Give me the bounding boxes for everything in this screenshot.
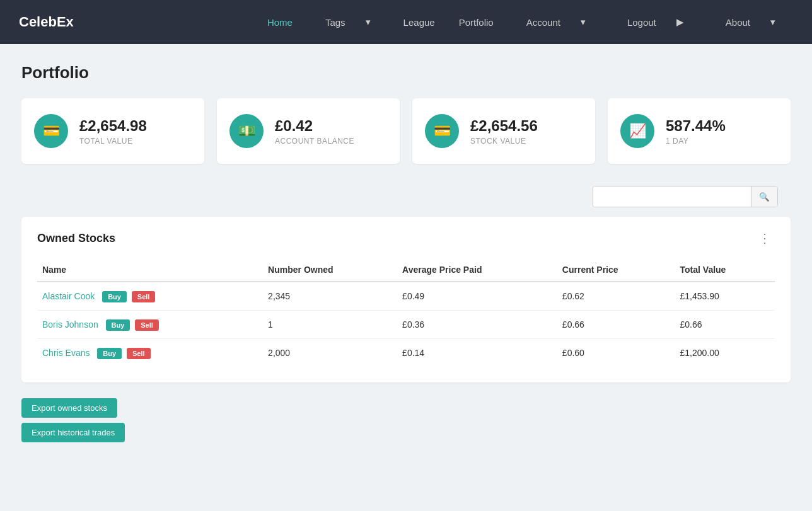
chris-current-price: £0.60 — [557, 339, 675, 367]
search-icon: 🔍 — [759, 192, 770, 202]
stocks-panel-title: Owned Stocks — [37, 232, 115, 245]
stock-name-cell: Alastair Cook Buy Sell — [37, 282, 263, 311]
total-value-label: TOTAL VALUE — [79, 137, 147, 146]
nav-logout[interactable]: Logout ▶ — [610, 6, 702, 38]
total-value-amount: £2,654.98 — [79, 117, 147, 135]
col-name: Name — [37, 258, 263, 282]
about-chevron-icon: ▾ — [762, 11, 784, 33]
chris-buy-button[interactable]: Buy — [97, 348, 122, 359]
boris-sell-button[interactable]: Sell — [135, 319, 159, 331]
nav-account[interactable]: Account▾ — [509, 6, 603, 38]
stock-value-amount: £2,654.56 — [470, 117, 538, 135]
nav-league[interactable]: League — [395, 12, 444, 33]
total-value-icon: 💳 — [34, 114, 68, 148]
stocks-panel-header: Owned Stocks ⋮ — [37, 229, 775, 247]
boris-number-owned: 1 — [263, 311, 397, 339]
col-number-owned: Number Owned — [263, 258, 397, 282]
page-title: Portfolio — [21, 63, 791, 83]
stat-cards: 💳 £2,654.98 TOTAL VALUE 💵 £0.42 ACCOUNT … — [21, 98, 791, 164]
stat-card-stock-value: 💳 £2,654.56 STOCK VALUE — [412, 98, 595, 164]
col-current-price: Current Price — [557, 258, 675, 282]
alastair-avg-price: £0.49 — [397, 282, 557, 311]
stat-card-account-balance: 💵 £0.42 ACCOUNT BALANCE — [217, 98, 400, 164]
stocks-table: Name Number Owned Average Price Paid Cur… — [37, 258, 775, 367]
account-balance-amount: £0.42 — [275, 117, 354, 135]
1day-label: 1 DAY — [666, 137, 726, 146]
boris-avg-price: £0.36 — [397, 311, 557, 339]
stock-name-cell: Chris Evans Buy Sell — [37, 339, 263, 367]
alastair-total-value: £1,453.90 — [675, 282, 775, 311]
stock-name-cell: Boris Johnson Buy Sell — [37, 311, 263, 339]
account-chevron-icon: ▾ — [572, 11, 594, 33]
brand-logo[interactable]: CelebEx — [19, 14, 74, 30]
alastair-buy-button[interactable]: Buy — [102, 291, 127, 302]
1day-amount: 587.44% — [666, 117, 726, 135]
stocks-table-head: Name Number Owned Average Price Paid Cur… — [37, 258, 775, 282]
nav-home[interactable]: Home — [258, 12, 301, 33]
stock-chris-evans-link[interactable]: Chris Evans — [42, 348, 90, 358]
chris-number-owned: 2,000 — [263, 339, 397, 367]
navbar: CelebEx Home Tags▾ League Portfolio Acco… — [0, 0, 812, 44]
export-area: Export owned stocks Export historical tr… — [21, 398, 791, 442]
boris-total-value: £0.66 — [675, 311, 775, 339]
chris-total-value: £1,200.00 — [675, 339, 775, 367]
stocks-table-header-row: Name Number Owned Average Price Paid Cur… — [37, 258, 775, 282]
table-row: Chris Evans Buy Sell 2,000 £0.14 £0.60 £… — [37, 339, 775, 367]
table-row: Boris Johnson Buy Sell 1 £0.36 £0.66 £0.… — [37, 311, 775, 339]
page-content: Portfolio 💳 £2,654.98 TOTAL VALUE 💵 £0.4… — [9, 44, 803, 461]
nav-links: Home Tags▾ League Portfolio Account▾ Log… — [258, 6, 793, 38]
stock-value-icon: 💳 — [425, 114, 459, 148]
account-balance-icon: 💵 — [229, 114, 264, 148]
stocks-table-body: Alastair Cook Buy Sell 2,345 £0.49 £0.62… — [37, 282, 775, 367]
stock-boris-johnson-link[interactable]: Boris Johnson — [42, 319, 98, 330]
nav-about[interactable]: About▾ — [708, 6, 793, 38]
export-historical-trades-button[interactable]: Export historical trades — [21, 423, 125, 442]
search-wrapper: 🔍 — [593, 186, 778, 207]
stat-card-total-value: 💳 £2,654.98 TOTAL VALUE — [21, 98, 204, 164]
stock-alastair-cook-link[interactable]: Alastair Cook — [42, 291, 95, 301]
table-row: Alastair Cook Buy Sell 2,345 £0.49 £0.62… — [37, 282, 775, 311]
stock-value-label: STOCK VALUE — [470, 137, 538, 146]
nav-tags[interactable]: Tags▾ — [308, 6, 388, 38]
alastair-number-owned: 2,345 — [263, 282, 397, 311]
account-balance-label: ACCOUNT BALANCE — [275, 137, 354, 146]
boris-current-price: £0.66 — [557, 311, 675, 339]
logout-icon: ▶ — [668, 11, 693, 33]
col-total-value: Total Value — [675, 258, 775, 282]
search-button[interactable]: 🔍 — [751, 187, 777, 207]
alastair-current-price: £0.62 — [557, 282, 675, 311]
alastair-sell-button[interactable]: Sell — [132, 291, 156, 302]
options-menu-icon[interactable]: ⋮ — [755, 229, 775, 247]
owned-stocks-panel: Owned Stocks ⋮ Name Number Owned Average… — [21, 217, 791, 382]
stat-card-1day: 📈 587.44% 1 DAY — [608, 98, 791, 164]
search-area: 🔍 — [21, 186, 791, 207]
chris-avg-price: £0.14 — [397, 339, 557, 367]
search-input[interactable] — [593, 187, 751, 207]
chris-sell-button[interactable]: Sell — [127, 348, 151, 359]
export-owned-stocks-button[interactable]: Export owned stocks — [21, 398, 117, 418]
nav-portfolio[interactable]: Portfolio — [450, 12, 502, 33]
tags-chevron-icon: ▾ — [357, 11, 380, 33]
boris-buy-button[interactable]: Buy — [106, 319, 130, 331]
col-avg-price: Average Price Paid — [397, 258, 557, 282]
1day-icon: 📈 — [620, 114, 654, 148]
